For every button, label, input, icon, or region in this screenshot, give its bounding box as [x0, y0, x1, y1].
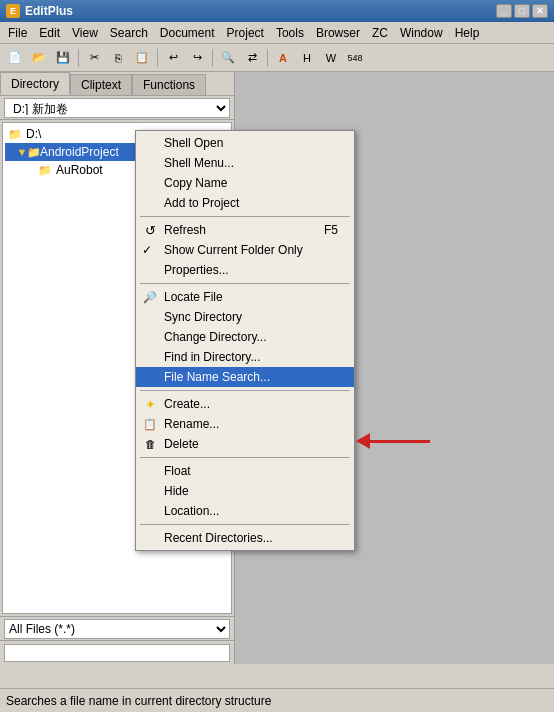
status-text: Searches a file name in current director…	[6, 694, 271, 708]
tool4-button[interactable]: 548	[344, 47, 366, 69]
ctx-rename[interactable]: 📋 Rename...	[136, 414, 354, 434]
menu-project[interactable]: Project	[221, 24, 270, 42]
ctx-properties[interactable]: Properties...	[136, 260, 354, 280]
ctx-file-name-search-label: File Name Search...	[164, 370, 270, 384]
ctx-hide-label: Hide	[164, 484, 189, 498]
ctx-refresh-label: Refresh	[164, 223, 206, 237]
ctx-sep-1	[140, 216, 350, 217]
ctx-properties-label: Properties...	[164, 263, 229, 277]
ctx-location-label: Location...	[164, 504, 219, 518]
ctx-shell-open[interactable]: Shell Open	[136, 133, 354, 153]
menu-help[interactable]: Help	[449, 24, 486, 42]
paste-button[interactable]: 📋	[131, 47, 153, 69]
menu-window[interactable]: Window	[394, 24, 449, 42]
ctx-delete-label: Delete	[164, 437, 199, 451]
redo-button[interactable]: ↪	[186, 47, 208, 69]
copy-button[interactable]: ⎘	[107, 47, 129, 69]
ctx-shell-menu[interactable]: Shell Menu...	[136, 153, 354, 173]
refresh-icon: ↺	[142, 222, 158, 238]
save-button[interactable]: 💾	[52, 47, 74, 69]
ctx-shell-menu-label: Shell Menu...	[164, 156, 234, 170]
menu-search[interactable]: Search	[104, 24, 154, 42]
ctx-find-in-dir-label: Find in Directory...	[164, 350, 260, 364]
search-bar	[0, 640, 234, 664]
rename-icon: 📋	[142, 416, 158, 432]
delete-icon: 🗑	[142, 436, 158, 452]
ctx-find-in-dir[interactable]: Find in Directory...	[136, 347, 354, 367]
ctx-sep-2	[140, 283, 350, 284]
ctx-hide[interactable]: Hide	[136, 481, 354, 501]
tab-cliptext[interactable]: Cliptext	[70, 74, 132, 95]
open-button[interactable]: 📂	[28, 47, 50, 69]
ctx-show-current[interactable]: ✓ Show Current Folder Only	[136, 240, 354, 260]
ctx-delete[interactable]: 🗑 Delete	[136, 434, 354, 454]
ctx-add-project[interactable]: Add to Project	[136, 193, 354, 213]
tree-label-drive: D:\	[26, 127, 41, 141]
run-button[interactable]: A	[272, 47, 294, 69]
menu-tools[interactable]: Tools	[270, 24, 310, 42]
locate-file-icon: 🔎	[142, 289, 158, 305]
menu-edit[interactable]: Edit	[33, 24, 66, 42]
tool3-button[interactable]: W	[320, 47, 342, 69]
tab-directory[interactable]: Directory	[0, 72, 70, 95]
ctx-locate-file[interactable]: 🔎 Locate File	[136, 287, 354, 307]
new-button[interactable]: 📄	[4, 47, 26, 69]
ctx-float-label: Float	[164, 464, 191, 478]
ctx-rename-label: Rename...	[164, 417, 219, 431]
ctx-add-project-label: Add to Project	[164, 196, 239, 210]
undo-button[interactable]: ↩	[162, 47, 184, 69]
ctx-location[interactable]: Location...	[136, 501, 354, 521]
context-menu: Shell Open Shell Menu... Copy Name Add t…	[135, 130, 355, 551]
search-input[interactable]	[4, 644, 230, 662]
ctx-refresh[interactable]: ↺ Refresh F5	[136, 220, 354, 240]
menu-view[interactable]: View	[66, 24, 104, 42]
ctx-sync-dir-label: Sync Directory	[164, 310, 242, 324]
create-icon: ✦	[142, 396, 158, 412]
ctx-recent-dirs[interactable]: Recent Directories...	[136, 528, 354, 548]
ctx-sep-3	[140, 390, 350, 391]
ctx-recent-dirs-label: Recent Directories...	[164, 531, 273, 545]
tree-label-androidproject: AndroidProject	[40, 145, 119, 159]
ctx-sync-dir[interactable]: Sync Directory	[136, 307, 354, 327]
dir-path-bar: D:] 新加卷	[0, 96, 234, 120]
ctx-float[interactable]: Float	[136, 461, 354, 481]
cut-button[interactable]: ✂	[83, 47, 105, 69]
filter-bar: All Files (*.*)	[0, 616, 234, 640]
window-controls[interactable]: _ □ ✕	[496, 4, 548, 18]
ctx-file-name-search[interactable]: File Name Search...	[136, 367, 354, 387]
drive-icon: 📁	[7, 126, 23, 142]
tree-label-aurobot: AuRobot	[56, 163, 103, 177]
close-button[interactable]: ✕	[532, 4, 548, 18]
ctx-sep-5	[140, 524, 350, 525]
tab-functions[interactable]: Functions	[132, 74, 206, 95]
replace-button[interactable]: ⇄	[241, 47, 263, 69]
toolbar-sep-1	[78, 49, 79, 67]
window-title: EditPlus	[25, 4, 496, 18]
menu-zc[interactable]: ZC	[366, 24, 394, 42]
find-button[interactable]: 🔍	[217, 47, 239, 69]
ctx-show-current-label: Show Current Folder Only	[164, 243, 303, 257]
ctx-create-label: Create...	[164, 397, 210, 411]
maximize-button[interactable]: □	[514, 4, 530, 18]
toolbar-sep-4	[267, 49, 268, 67]
menu-bar: File Edit View Search Document Project T…	[0, 22, 554, 44]
tool2-button[interactable]: H	[296, 47, 318, 69]
folder-open-icon: ▼📁	[21, 144, 37, 160]
filter-select[interactable]: All Files (*.*)	[4, 619, 230, 639]
folder-icon: 📁	[37, 162, 53, 178]
ctx-copy-name[interactable]: Copy Name	[136, 173, 354, 193]
ctx-sep-4	[140, 457, 350, 458]
red-arrow	[356, 433, 430, 449]
ctx-change-dir[interactable]: Change Directory...	[136, 327, 354, 347]
ctx-copy-name-label: Copy Name	[164, 176, 227, 190]
menu-file[interactable]: File	[2, 24, 33, 42]
ctx-create[interactable]: ✦ Create...	[136, 394, 354, 414]
menu-browser[interactable]: Browser	[310, 24, 366, 42]
minimize-button[interactable]: _	[496, 4, 512, 18]
menu-document[interactable]: Document	[154, 24, 221, 42]
status-bar: Searches a file name in current director…	[0, 688, 554, 712]
dir-path-select[interactable]: D:] 新加卷	[4, 98, 230, 118]
panel-tabs: Directory Cliptext Functions	[0, 72, 234, 96]
arrow-head	[356, 433, 370, 449]
ctx-refresh-shortcut: F5	[304, 223, 338, 237]
